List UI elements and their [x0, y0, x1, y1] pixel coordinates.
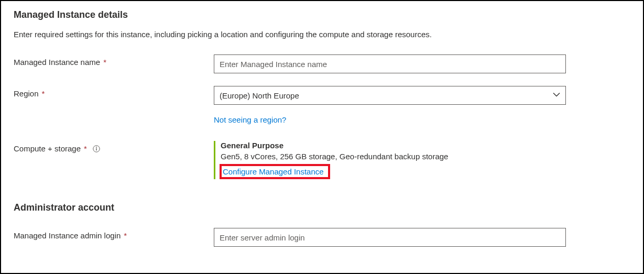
region-row: Region * (Europe) North Europe — [14, 86, 630, 105]
compute-summary-block: General Purpose Gen5, 8 vCores, 256 GB s… — [214, 141, 566, 179]
managed-instance-panel: Managed Instance details Enter required … — [0, 0, 644, 274]
section-heading: Managed Instance details — [14, 9, 630, 20]
svg-rect-2 — [96, 148, 96, 150]
required-star-icon: * — [124, 231, 127, 240]
admin-login-label-text: Managed Instance admin login — [14, 231, 121, 240]
admin-login-control — [214, 228, 566, 247]
section-description: Enter required settings for this instanc… — [14, 30, 630, 39]
admin-section-heading: Administrator account — [14, 202, 630, 213]
configure-link-highlight: Configure Managed Instance — [220, 164, 330, 179]
required-star-icon: * — [42, 89, 45, 98]
region-help-link[interactable]: Not seeing a region? — [214, 115, 286, 124]
compute-specs: Gen5, 8 vCores, 256 GB storage, Geo-redu… — [221, 152, 566, 161]
region-control: (Europe) North Europe — [214, 86, 566, 105]
region-select-wrapper: (Europe) North Europe — [214, 86, 566, 105]
info-icon[interactable] — [92, 145, 101, 153]
required-star-icon: * — [84, 144, 87, 153]
compute-storage-label-text: Compute + storage — [14, 144, 81, 153]
region-label-text: Region — [14, 89, 39, 98]
instance-name-label: Managed Instance name * — [14, 54, 214, 67]
region-help-row: Not seeing a region? — [14, 115, 630, 124]
compute-tier: General Purpose — [221, 141, 566, 150]
required-star-icon: * — [103, 58, 106, 67]
instance-name-input[interactable] — [214, 54, 566, 73]
admin-login-label: Managed Instance admin login * — [14, 228, 214, 240]
admin-login-input[interactable] — [214, 228, 566, 247]
admin-login-row: Managed Instance admin login * — [14, 228, 630, 247]
compute-storage-label: Compute + storage * — [14, 141, 214, 153]
region-select[interactable]: (Europe) North Europe — [214, 86, 566, 105]
instance-name-control — [214, 54, 566, 73]
compute-storage-row: Compute + storage * General Purpose Gen5… — [14, 141, 630, 179]
region-label: Region * — [14, 86, 214, 98]
compute-storage-control: General Purpose Gen5, 8 vCores, 256 GB s… — [214, 141, 566, 179]
instance-name-row: Managed Instance name * — [14, 54, 630, 73]
svg-point-1 — [96, 147, 97, 148]
instance-name-label-text: Managed Instance name — [14, 58, 100, 67]
configure-managed-instance-link[interactable]: Configure Managed Instance — [223, 167, 324, 176]
